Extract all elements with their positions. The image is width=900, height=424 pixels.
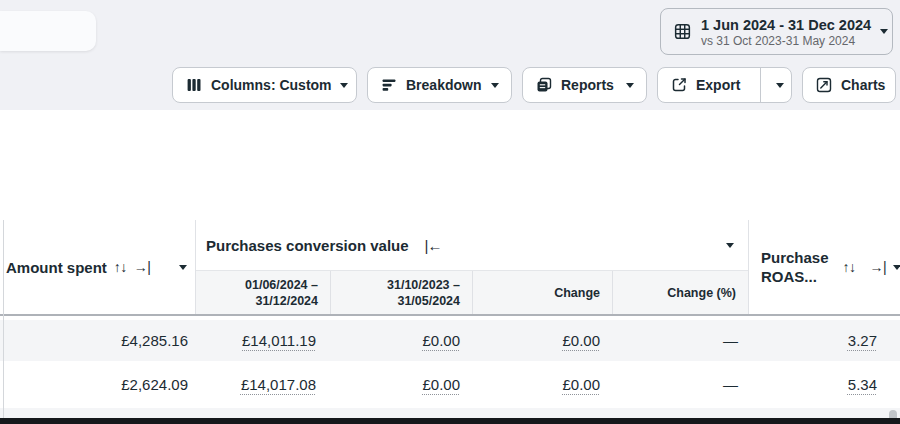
cell-change-pct: — (612, 320, 748, 361)
cell-period1-value[interactable]: £14,011.19 (196, 320, 330, 361)
cell-amount-spent: £4,285.16 (0, 320, 196, 361)
columns-icon (185, 76, 203, 94)
amount-spent-header-label: Amount spent (6, 259, 107, 276)
export-button-label: Export (696, 77, 740, 93)
roas-line1: Purchase (761, 248, 829, 267)
table-left-edge (3, 220, 4, 424)
date-range-primary: 1 Jun 2024 - 31 Dec 2024 (701, 16, 871, 34)
breakdown-button[interactable]: Breakdown (367, 67, 512, 103)
window-bottom-edge (0, 418, 900, 424)
breakdown-button-label: Breakdown (406, 77, 481, 93)
caret-down-icon (776, 83, 784, 88)
charts-icon (815, 76, 833, 94)
roas-line2: ROAS... (761, 267, 829, 286)
period1-line2: 31/12/2024 (255, 293, 318, 309)
charts-button[interactable]: Charts (802, 67, 896, 103)
caret-down-icon[interactable] (726, 243, 734, 248)
cell-change-pct: — (612, 361, 748, 408)
sub-header-period1[interactable]: 01/06/2024 – 31/12/2024 (196, 271, 330, 314)
caret-down-icon (340, 83, 348, 88)
group-header-label: Purchases conversion value (206, 237, 409, 254)
cell-period2-value[interactable]: £0.00 (330, 320, 472, 361)
export-icon (670, 76, 688, 94)
cell-period2-value[interactable]: £0.00 (330, 361, 472, 408)
period2-line1: 31/10/2023 – (387, 277, 460, 293)
calendar-grid-icon (673, 22, 692, 41)
sort-arrows-icon: ↑↓ (114, 259, 127, 275)
charts-button-label: Charts (841, 77, 885, 93)
export-button[interactable]: Export (658, 68, 752, 102)
sub-header-change-pct[interactable]: Change (%) (612, 271, 748, 314)
partial-tab[interactable] (0, 11, 96, 51)
caret-down-icon (626, 83, 634, 88)
pin-right-icon: →| (870, 258, 887, 277)
header-divider (0, 314, 900, 316)
columns-button[interactable]: Columns: Custom (172, 67, 357, 103)
pin-left-icon: |← (425, 237, 442, 254)
column-header-amount-spent[interactable]: Amount spent ↑↓ →| (4, 220, 196, 314)
column-group-header-purchases-conversion-value[interactable]: Purchases conversion value |← (196, 220, 748, 270)
cell-purchase-roas[interactable]: 3.27 (748, 320, 900, 361)
cell-amount-spent: £2,624.09 (0, 361, 196, 408)
cell-change-value[interactable]: £0.00 (472, 320, 612, 361)
reports-button[interactable]: Reports (522, 67, 647, 103)
sort-arrows-icon: ↑↓ (843, 258, 856, 277)
change-label: Change (554, 285, 600, 301)
cell-change-value[interactable]: £0.00 (472, 361, 612, 408)
caret-down-icon[interactable] (893, 265, 900, 270)
date-range-picker[interactable]: 1 Jun 2024 - 31 Dec 2024 vs 31 Oct 2023-… (660, 8, 893, 55)
breakdown-icon (380, 76, 398, 94)
table-row[interactable]: £4,285.16 £14,011.19 £0.00 £0.00 — 3.27 (0, 320, 900, 361)
caret-down-icon (491, 83, 499, 88)
cell-purchase-roas[interactable]: 5.34 (748, 361, 900, 408)
reports-button-label: Reports (561, 77, 614, 93)
export-button-divider (760, 68, 761, 102)
period1-line1: 01/06/2024 – (245, 277, 318, 293)
export-options-button[interactable] (769, 68, 791, 102)
sub-header-change[interactable]: Change (472, 271, 612, 314)
date-range-comparison: vs 31 Oct 2023-31 May 2024 (701, 34, 871, 48)
roas-header-label: Purchase ROAS... (761, 248, 829, 286)
columns-button-label: Columns: Custom (211, 77, 332, 93)
sub-header-row: 01/06/2024 – 31/12/2024 31/10/2023 – 31/… (196, 270, 748, 314)
top-toolbar-band: 1 Jun 2024 - 31 Dec 2024 vs 31 Oct 2023-… (0, 0, 900, 110)
caret-down-icon (880, 29, 888, 34)
change-pct-label: Change (%) (667, 285, 736, 301)
reports-icon (535, 76, 553, 94)
table-row[interactable]: £2,624.09 £14,017.08 £0.00 £0.00 — 5.34 (0, 361, 900, 408)
column-header-purchase-roas[interactable]: Purchase ROAS... ↑↓ →| (748, 220, 900, 314)
pin-right-icon: →| (134, 259, 151, 275)
cell-period1-value[interactable]: £14,017.08 (196, 361, 330, 408)
export-split-button: Export (657, 67, 792, 103)
sub-header-period2[interactable]: 31/10/2023 – 31/05/2024 (330, 271, 472, 314)
metrics-table: Amount spent ↑↓ →| Purchases conversion … (0, 110, 900, 418)
caret-down-icon[interactable] (179, 265, 187, 270)
period2-line2: 31/05/2024 (397, 293, 460, 309)
